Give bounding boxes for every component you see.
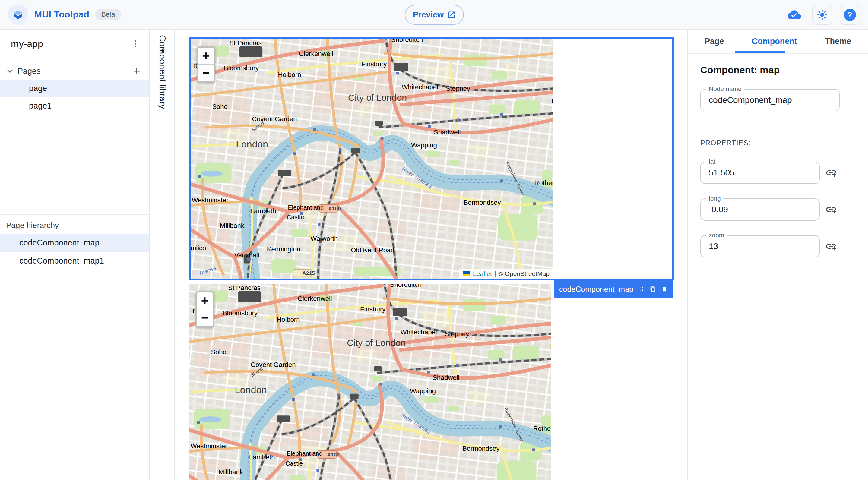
- beta-badge: Beta: [95, 9, 121, 20]
- active-tab-indicator: [735, 51, 785, 53]
- explorer-sidebar: my-app Pages page page1 Page hierarchy c…: [0, 30, 150, 480]
- cloud-done-icon: [788, 8, 801, 22]
- component-library-label: Component library: [157, 35, 168, 109]
- sidebar-item-label: page1: [29, 101, 52, 111]
- map-component-2[interactable]: + −: [189, 284, 551, 480]
- app-header: MUI Toolpad Beta Preview ?: [0, 0, 868, 30]
- page-canvas[interactable]: + − Leaflet | © OpenStreetMap codeCompon…: [175, 30, 687, 480]
- zoom-out-button[interactable]: −: [198, 65, 214, 82]
- map-component-selected[interactable]: + − Leaflet | © OpenStreetMap: [189, 37, 674, 280]
- open-in-new-icon: [447, 10, 456, 19]
- more-options-icon[interactable]: [130, 39, 141, 49]
- hierarchy-item-label: codeComponent_map: [19, 238, 99, 248]
- lat-value[interactable]: 51.505: [701, 162, 819, 183]
- hierarchy-item-label: codeComponent_map1: [19, 256, 104, 266]
- drag-handle-icon[interactable]: [639, 285, 645, 294]
- zoom-value[interactable]: 13: [701, 236, 819, 257]
- map-zoom-control: + −: [195, 291, 214, 327]
- add-page-icon[interactable]: [131, 66, 142, 76]
- mui-logo-icon: [8, 4, 28, 25]
- zoom-label: zoom: [706, 231, 726, 239]
- sidebar-item-page[interactable]: page: [0, 79, 149, 97]
- help-icon: ?: [844, 9, 856, 21]
- add-binding-icon[interactable]: [825, 167, 837, 179]
- duplicate-icon[interactable]: [650, 285, 656, 294]
- attribution-separator: |: [494, 270, 496, 277]
- pages-section-header[interactable]: Pages: [0, 63, 149, 79]
- long-value[interactable]: -0.09: [701, 199, 819, 220]
- tab-component[interactable]: Component: [752, 29, 797, 53]
- ukraine-flag-icon: [463, 271, 470, 277]
- zoom-field[interactable]: zoom 13: [700, 235, 820, 257]
- sync-status-button[interactable]: [784, 4, 805, 25]
- node-name-field[interactable]: Node name codeComponent_map: [700, 89, 840, 111]
- preview-button-label: Preview: [413, 10, 444, 20]
- pages-section-label: Pages: [18, 67, 131, 76]
- delete-icon[interactable]: [661, 285, 667, 294]
- light-mode-icon: [816, 9, 828, 21]
- node-name-label: Node name: [706, 85, 744, 93]
- sidebar-item-page1[interactable]: page1: [0, 97, 149, 115]
- sidebar-item-label: page: [29, 84, 47, 93]
- app-name: my-app: [11, 38, 43, 50]
- osm-link[interactable]: © OpenStreetMap: [498, 270, 550, 277]
- inspector-tabs: Page Component Theme: [688, 30, 868, 54]
- help-button[interactable]: ?: [840, 4, 860, 25]
- theme-toggle-button[interactable]: [812, 4, 832, 25]
- leaflet-map[interactable]: + − Leaflet | © OpenStreetMap: [191, 39, 553, 279]
- lat-label: lat: [706, 158, 718, 165]
- lat-field[interactable]: lat 51.505: [700, 162, 820, 184]
- node-name-value[interactable]: codeComponent_map: [701, 90, 839, 111]
- map-attribution: Leaflet | © OpenStreetMap: [459, 269, 553, 279]
- long-field[interactable]: long -0.09: [700, 198, 820, 221]
- london-map-tiles[interactable]: [189, 284, 551, 480]
- long-label: long: [706, 195, 723, 202]
- page-hierarchy-label: Page hierarchy: [0, 215, 149, 234]
- tab-page[interactable]: Page: [705, 29, 724, 53]
- tab-theme[interactable]: Theme: [825, 29, 851, 53]
- hierarchy-item-codecomponent-map1[interactable]: codeComponent_map1: [0, 252, 149, 270]
- london-map-tiles[interactable]: [191, 39, 553, 279]
- hierarchy-item-codecomponent-map[interactable]: codeComponent_map: [0, 234, 149, 252]
- inspector-panel: Page Component Theme Component: map Node…: [687, 30, 868, 480]
- component-heading: Component: map: [700, 65, 855, 76]
- zoom-in-button[interactable]: +: [197, 292, 213, 309]
- zoom-in-button[interactable]: +: [198, 47, 214, 65]
- zoom-out-button[interactable]: −: [197, 309, 213, 326]
- add-binding-icon[interactable]: [825, 240, 837, 252]
- leaflet-link[interactable]: Leaflet: [473, 270, 492, 277]
- selected-node-label: codeComponent_map: [559, 285, 633, 294]
- add-binding-icon[interactable]: [825, 203, 837, 216]
- app-title: MUI Toolpad: [34, 9, 89, 20]
- map-zoom-control: + −: [197, 46, 215, 83]
- preview-button[interactable]: Preview: [405, 5, 464, 25]
- selection-toolbar: codeComponent_map: [554, 280, 673, 298]
- chevron-down-icon: [5, 66, 15, 76]
- properties-label: PROPERTIES:: [700, 139, 855, 147]
